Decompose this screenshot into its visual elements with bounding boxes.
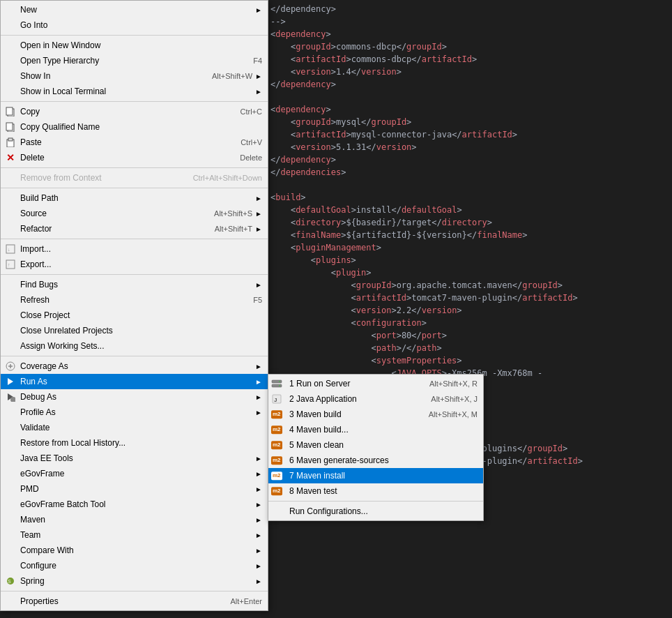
submenu-item-maven-clean-label: 5 Maven clean — [289, 440, 478, 450]
menu-item-profile-as[interactable]: Profile As ► — [1, 405, 268, 420]
menu-item-new[interactable]: New ► — [1, 2, 268, 17]
menu-item-find-bugs-label: Find Bugs — [20, 280, 252, 289]
code-editor: </dependency> --> <dependency> <groupId>… — [265, 0, 672, 618]
menu-item-spring[interactable]: S Spring ► — [1, 573, 268, 589]
menu-item-pmd[interactable]: PMD ► — [1, 481, 268, 497]
menu-item-maven-label: Maven — [20, 515, 252, 525]
m2-badge: m2 — [271, 441, 282, 449]
menu-item-show-in[interactable]: Show In Alt+Shift+W ► — [1, 68, 268, 84]
arrow-icon: ► — [255, 547, 262, 555]
menu-item-team[interactable]: Team ► — [1, 527, 268, 543]
svg-rect-5 — [8, 138, 13, 141]
menu-item-egovframe-batch-label: eGovFrame Batch Tool — [20, 499, 252, 509]
menu-item-remove-context[interactable]: Remove from Context Ctrl+Alt+Shift+Down — [1, 170, 268, 186]
menu-item-egovframe-label: eGovFrame — [20, 469, 252, 478]
divider-3 — [1, 167, 268, 168]
menu-item-find-bugs[interactable]: Find Bugs ► — [1, 277, 268, 292]
menu-item-pmd-label: PMD — [20, 484, 252, 494]
menu-item-close-unrelated[interactable]: Close Unrelated Projects — [1, 323, 268, 338]
submenu-item-maven-test[interactable]: m2 8 Maven test — [268, 483, 483, 499]
menu-item-close-unrelated-label: Close Unrelated Projects — [20, 326, 262, 336]
menu-item-open-type-hierarchy[interactable]: Open Type Hierarchy F4 — [1, 53, 268, 68]
arrow-icon: ► — [255, 562, 262, 570]
menu-item-go-into[interactable]: Go Into — [1, 17, 268, 33]
submenu-item-maven-install[interactable]: m2 7 Maven install — [268, 468, 483, 483]
menu-item-validate-label: Validate — [20, 423, 262, 432]
submenu-item-maven-test-label: 8 Maven test — [289, 486, 478, 496]
menu-item-validate[interactable]: Validate — [1, 420, 268, 435]
menu-item-properties[interactable]: Properties Alt+Enter — [1, 594, 268, 609]
submenu-item-maven-generate[interactable]: m2 6 Maven generate-sources — [268, 453, 483, 468]
arrow-icon: ► — [255, 88, 262, 96]
submenu-item-maven-install-label: 7 Maven install — [289, 471, 478, 481]
shortcut-properties: Alt+Enter — [230, 597, 262, 605]
shortcut-remove-context: Ctrl+Alt+Shift+Down — [193, 174, 262, 182]
submenu-item-java-app-label: 2 Java Application — [289, 394, 417, 404]
menu-item-coverage-as[interactable]: Coverage As ► — [1, 359, 268, 374]
menu-item-show-local-terminal[interactable]: Show in Local Terminal ► — [1, 84, 268, 99]
submenu-item-run-server[interactable]: 1 Run on Server Alt+Shift+X, R — [268, 376, 483, 391]
menu-item-paste[interactable]: Paste Ctrl+V — [1, 135, 268, 150]
arrow-icon: ► — [255, 6, 262, 14]
menu-item-open-new-window[interactable]: Open in New Window — [1, 38, 268, 53]
submenu-item-maven-clean[interactable]: m2 5 Maven clean — [268, 437, 483, 453]
menu-item-team-label: Team — [20, 530, 252, 540]
menu-item-open-new-window-label: Open in New Window — [20, 40, 262, 50]
menu-item-export[interactable]: ↑ Export... — [1, 257, 268, 272]
paste-icon — [5, 137, 16, 148]
run-as-submenu: 1 Run on Server Alt+Shift+X, R J 2 Java … — [268, 374, 484, 521]
menu-item-run-as[interactable]: Run As ► — [1, 374, 268, 389]
menu-item-configure[interactable]: Configure ► — [1, 558, 268, 573]
arrow-icon: ► — [255, 578, 262, 585]
menu-item-maven[interactable]: Maven ► — [1, 512, 268, 527]
submenu-item-java-app[interactable]: J 2 Java Application Alt+Shift+X, J — [268, 391, 483, 407]
menu-item-assign-working[interactable]: Assign Working Sets... — [1, 338, 268, 354]
arrow-icon: ► — [255, 485, 262, 493]
submenu-item-maven-build2[interactable]: m2 4 Maven build... — [268, 422, 483, 437]
menu-item-copy[interactable]: Copy Ctrl+C — [1, 104, 268, 119]
svg-rect-1 — [6, 107, 13, 115]
menu-item-close-project-label: Close Project — [20, 310, 262, 320]
menu-item-refactor[interactable]: Refactor Alt+Shift+T ► — [1, 221, 268, 236]
menu-item-source[interactable]: Source Alt+Shift+S ► — [1, 206, 268, 221]
menu-item-import[interactable]: ↓ Import... — [1, 241, 268, 257]
copy-qualified-icon — [5, 121, 16, 133]
menu-item-source-label: Source — [20, 209, 200, 218]
menu-item-build-path-label: Build Path — [20, 193, 252, 203]
divider-1 — [1, 35, 268, 36]
menu-item-profile-as-label: Profile As — [20, 407, 252, 417]
context-menu: New ► Go Into Open in New Window Open Ty… — [0, 0, 268, 611]
menu-item-copy-label: Copy — [20, 107, 227, 116]
menu-item-egovframe[interactable]: eGovFrame ► — [1, 466, 268, 481]
menu-item-export-label: Export... — [20, 259, 262, 269]
menu-item-copy-qualified[interactable]: Copy Qualified Name — [1, 119, 268, 135]
arrow-icon: ► — [255, 378, 262, 386]
m2-badge: m2 — [271, 472, 282, 480]
svg-point-19 — [279, 385, 280, 386]
menu-item-delete[interactable]: ✕ Delete Delete — [1, 150, 268, 165]
svg-text:↑: ↑ — [8, 262, 10, 267]
menu-item-restore-history-label: Restore from Local History... — [20, 438, 262, 448]
menu-item-close-project[interactable]: Close Project — [1, 308, 268, 323]
menu-item-java-ee-tools[interactable]: Java EE Tools ► — [1, 451, 268, 466]
menu-item-egovframe-batch[interactable]: eGovFrame Batch Tool ► — [1, 497, 268, 512]
menu-item-import-label: Import... — [20, 244, 262, 254]
submenu-item-run-configurations[interactable]: Run Configurations... — [268, 504, 483, 519]
svg-marker-11 — [8, 378, 13, 385]
shortcut-show-in: Alt+Shift+W — [212, 72, 252, 80]
divider-8 — [1, 591, 268, 591]
shortcut-source: Alt+Shift+S — [214, 209, 252, 218]
menu-item-paste-label: Paste — [20, 137, 227, 147]
menu-item-debug-as[interactable]: Debug As ► — [1, 389, 268, 405]
menu-item-build-path[interactable]: Build Path ► — [1, 190, 268, 206]
arrow-icon: ► — [255, 225, 262, 233]
java-app-icon: J — [271, 393, 282, 405]
shortcut-run-server: Alt+Shift+X, R — [429, 379, 478, 388]
menu-item-refresh[interactable]: Refresh F5 — [1, 292, 268, 308]
svg-text:↓: ↓ — [8, 247, 10, 252]
submenu-item-maven-build[interactable]: m2 3 Maven build Alt+Shift+X, M — [268, 407, 483, 422]
menu-item-restore-history[interactable]: Restore from Local History... — [1, 435, 268, 451]
menu-item-delete-label: Delete — [20, 153, 226, 163]
submenu-item-maven-generate-label: 6 Maven generate-sources — [289, 455, 478, 465]
menu-item-compare-with[interactable]: Compare With ► — [1, 543, 268, 558]
